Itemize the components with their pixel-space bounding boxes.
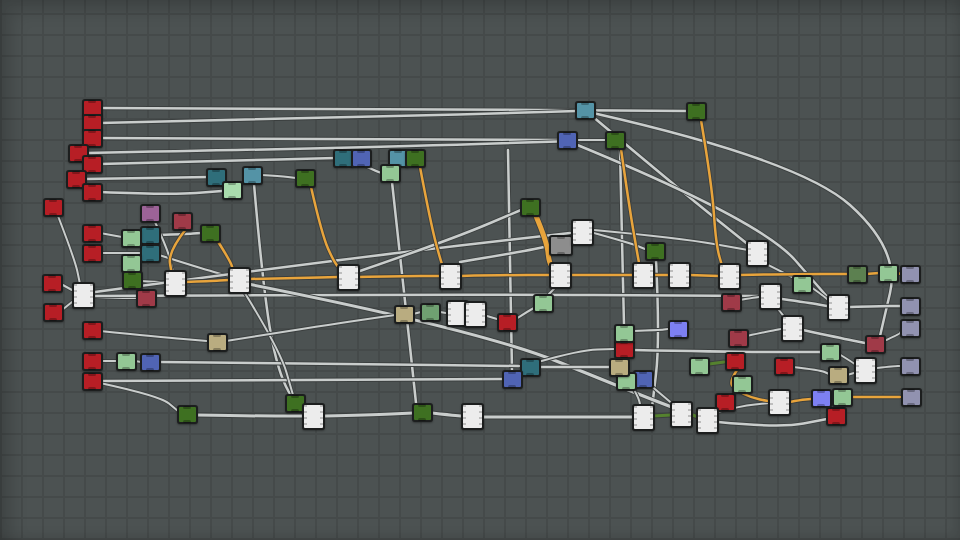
node-graph-canvas[interactable] bbox=[0, 0, 960, 540]
mauve-node[interactable] bbox=[140, 204, 161, 223]
white-node[interactable] bbox=[337, 264, 360, 291]
white-node[interactable] bbox=[668, 262, 691, 289]
white-node[interactable] bbox=[228, 267, 251, 294]
white-node[interactable] bbox=[464, 301, 487, 328]
periwinkle-node[interactable] bbox=[811, 389, 832, 408]
dark-green-node[interactable] bbox=[645, 242, 666, 261]
lavender-node[interactable] bbox=[900, 319, 921, 338]
dark-green-node[interactable] bbox=[412, 403, 433, 422]
orange-wire[interactable] bbox=[460, 275, 550, 276]
white-node[interactable] bbox=[768, 389, 791, 416]
crimson-node[interactable] bbox=[136, 289, 157, 308]
red-node[interactable] bbox=[82, 321, 103, 340]
blue-node[interactable] bbox=[502, 370, 523, 389]
light-green-node[interactable] bbox=[689, 357, 710, 376]
light-green-node[interactable] bbox=[792, 275, 813, 294]
gray-wire[interactable] bbox=[460, 246, 549, 262]
red-node[interactable] bbox=[82, 224, 103, 243]
gray-wire[interactable] bbox=[392, 182, 416, 403]
gray-wire[interactable] bbox=[100, 111, 577, 123]
gray-wire[interactable] bbox=[850, 306, 900, 307]
dark-green-node[interactable] bbox=[520, 198, 541, 217]
dark-green-node[interactable] bbox=[295, 169, 316, 188]
gray-wire[interactable] bbox=[95, 295, 758, 296]
white-node[interactable] bbox=[461, 403, 484, 430]
green-wire[interactable] bbox=[653, 415, 671, 416]
blue-node[interactable] bbox=[557, 131, 578, 150]
white-node[interactable] bbox=[827, 294, 850, 321]
blue-node[interactable] bbox=[140, 353, 161, 372]
light-green-node[interactable] bbox=[878, 264, 899, 283]
light-green-node[interactable] bbox=[533, 294, 554, 313]
lavender-node[interactable] bbox=[900, 357, 921, 376]
light-green-node[interactable] bbox=[121, 254, 142, 273]
red-node[interactable] bbox=[82, 372, 103, 391]
red-node[interactable] bbox=[82, 244, 103, 263]
teal-light-node[interactable] bbox=[575, 101, 596, 120]
white-node[interactable] bbox=[718, 263, 741, 290]
red-node[interactable] bbox=[725, 352, 746, 371]
muted-green-node[interactable] bbox=[847, 265, 868, 284]
tan-node[interactable] bbox=[828, 366, 849, 385]
white-node[interactable] bbox=[781, 315, 804, 342]
dark-green-node[interactable] bbox=[605, 131, 626, 150]
gray-wire-outline[interactable] bbox=[538, 349, 615, 362]
white-node[interactable] bbox=[302, 403, 325, 430]
crimson-node[interactable] bbox=[172, 212, 193, 231]
dark-green-node[interactable] bbox=[122, 271, 143, 290]
crimson-node[interactable] bbox=[728, 329, 749, 348]
light-green-node[interactable] bbox=[820, 343, 841, 362]
teal-light-node[interactable] bbox=[242, 166, 263, 185]
dark-green-node[interactable] bbox=[405, 149, 426, 168]
white-node[interactable] bbox=[632, 262, 655, 289]
periwinkle-node[interactable] bbox=[668, 320, 689, 339]
dark-green-node[interactable] bbox=[686, 102, 707, 121]
white-node[interactable] bbox=[759, 283, 782, 310]
white-node[interactable] bbox=[571, 219, 594, 246]
red-node[interactable] bbox=[82, 183, 103, 202]
white-node[interactable] bbox=[746, 240, 769, 267]
gray-wire[interactable] bbox=[196, 415, 302, 416]
lavender-node[interactable] bbox=[900, 265, 921, 284]
light-green-node[interactable] bbox=[732, 375, 753, 394]
light-green-node[interactable] bbox=[614, 324, 635, 343]
white-node[interactable] bbox=[72, 282, 95, 309]
gray-node[interactable] bbox=[549, 235, 573, 256]
red-node[interactable] bbox=[43, 303, 64, 322]
red-node[interactable] bbox=[497, 313, 518, 332]
light-green-node[interactable] bbox=[380, 164, 401, 183]
teal-dark-node[interactable] bbox=[520, 358, 541, 377]
med-green-node[interactable] bbox=[420, 303, 441, 322]
gray-wire-outline[interactable] bbox=[254, 184, 303, 412]
red-node[interactable] bbox=[42, 274, 63, 293]
lavender-node[interactable] bbox=[900, 297, 921, 316]
gray-wire[interactable] bbox=[254, 184, 303, 412]
gray-wire[interactable] bbox=[782, 299, 827, 306]
red-node[interactable] bbox=[82, 352, 103, 371]
orange-wire[interactable] bbox=[689, 275, 719, 276]
crimson-node[interactable] bbox=[865, 335, 886, 354]
red-node[interactable] bbox=[826, 407, 847, 426]
white-node[interactable] bbox=[696, 407, 719, 434]
orange-wire-outline[interactable] bbox=[311, 187, 341, 270]
lavender-node[interactable] bbox=[901, 388, 922, 407]
white-node[interactable] bbox=[854, 357, 877, 384]
light-green-node[interactable] bbox=[832, 388, 853, 407]
white-node[interactable] bbox=[549, 262, 572, 289]
tan-node[interactable] bbox=[394, 305, 415, 324]
green-wire[interactable] bbox=[709, 362, 724, 364]
gray-wire[interactable] bbox=[62, 302, 72, 310]
dark-green-node[interactable] bbox=[200, 224, 221, 243]
gray-wire[interactable] bbox=[100, 331, 207, 341]
teal-dark-node[interactable] bbox=[140, 226, 161, 245]
blue-node[interactable] bbox=[351, 149, 372, 168]
tan-node[interactable] bbox=[207, 333, 228, 352]
white-node[interactable] bbox=[439, 263, 462, 290]
red-node[interactable] bbox=[774, 357, 795, 376]
gray-wire[interactable] bbox=[747, 329, 781, 336]
tan-node[interactable] bbox=[609, 358, 630, 377]
red-node[interactable] bbox=[43, 198, 64, 217]
dark-green-node[interactable] bbox=[177, 405, 198, 424]
orange-wire[interactable] bbox=[358, 276, 440, 277]
light-green-node[interactable] bbox=[116, 352, 137, 371]
